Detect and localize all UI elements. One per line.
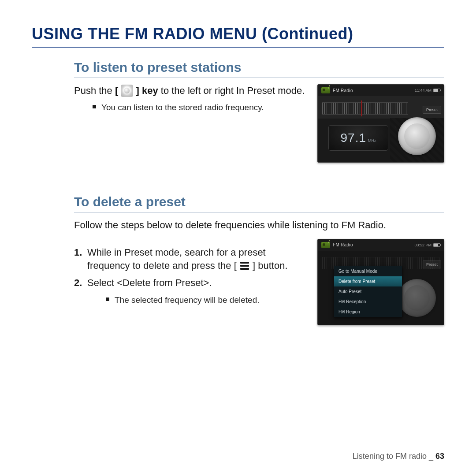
nav-key-icon: [121, 85, 133, 97]
section2-title: To delete a preset: [74, 194, 444, 212]
preset-badge: Preset: [423, 106, 441, 114]
fm-radio-screenshot-menu: FM Radio 03:52 PM Preset Go to Manual Mo…: [317, 239, 444, 325]
list-item: You can listen to the stored radio frequ…: [93, 102, 308, 114]
bracket-close: ]: [136, 85, 139, 96]
section1-bullets: You can listen to the stored radio frequ…: [93, 102, 308, 114]
menu-option-bold: <Delete from Preset>: [117, 277, 209, 288]
key-label: key: [139, 85, 158, 96]
list-item: The selected frequency will be deleted.: [106, 294, 308, 306]
menu-icon: [239, 261, 250, 270]
bracket-open: [: [115, 85, 118, 96]
text: Select: [87, 277, 117, 288]
status-bar: 03:52 PM: [414, 243, 440, 247]
text: .: [285, 260, 287, 271]
tuning-scale: [322, 102, 408, 115]
preset-badge: Preset: [423, 260, 441, 268]
step-2: Select <Delete from Preset>. The selecte…: [74, 276, 308, 306]
button-label: button: [255, 260, 285, 271]
menu-item-fm-reception: FM Reception: [334, 297, 402, 307]
section1-title: To listen to preset stations: [74, 60, 444, 78]
fm-radio-screenshot-preset: FM Radio 11:44 AM Preset 97.1 MHz: [317, 84, 444, 163]
frequency-value: 97.1: [341, 126, 367, 145]
battery-icon: [433, 89, 440, 92]
battery-icon: [433, 243, 440, 247]
clock-text: 03:52 PM: [414, 243, 431, 247]
frequency-display: 97.1 MHz: [328, 125, 388, 151]
text: Push the: [74, 85, 115, 96]
tuning-knob: [398, 117, 436, 155]
context-menu: Go to Manual Mode Delete from Preset Aut…: [334, 266, 402, 317]
section2-lead: Follow the steps below to delete frequen…: [74, 219, 444, 232]
footer-text: Listening to FM radio _: [353, 452, 435, 461]
page-footer: Listening to FM radio _ 63: [353, 452, 444, 461]
status-bar: 11:44 AM: [415, 88, 440, 93]
text: to the left or right In Preset mode.: [158, 85, 305, 96]
tuning-needle: [361, 100, 362, 116]
bracket-open: [: [234, 260, 237, 271]
section2-steps: While in Preset mode, search for a prese…: [74, 246, 308, 306]
tuning-knob: [398, 279, 436, 317]
page-number: 63: [435, 452, 444, 461]
radio-icon: [321, 242, 330, 248]
text: .: [209, 277, 212, 288]
screenshot-title: FM Radio: [333, 242, 353, 247]
clock-text: 11:44 AM: [415, 88, 431, 93]
screenshot-title: FM Radio: [333, 88, 353, 93]
radio-icon: [321, 87, 330, 93]
menu-item-delete-preset: Delete from Preset: [334, 276, 402, 286]
section1-paragraph: Push the [ ] key to the left or right In…: [74, 84, 308, 97]
menu-item-manual-mode: Go to Manual Mode: [334, 266, 402, 276]
page-title: USING THE FM RADIO MENU (Continued): [32, 25, 444, 48]
menu-item-fm-region: FM Region: [334, 307, 402, 317]
frequency-unit: MHz: [368, 138, 376, 146]
menu-item-auto-preset: Auto Preset: [334, 286, 402, 297]
step-1: While in Preset mode, search for a prese…: [74, 246, 308, 273]
